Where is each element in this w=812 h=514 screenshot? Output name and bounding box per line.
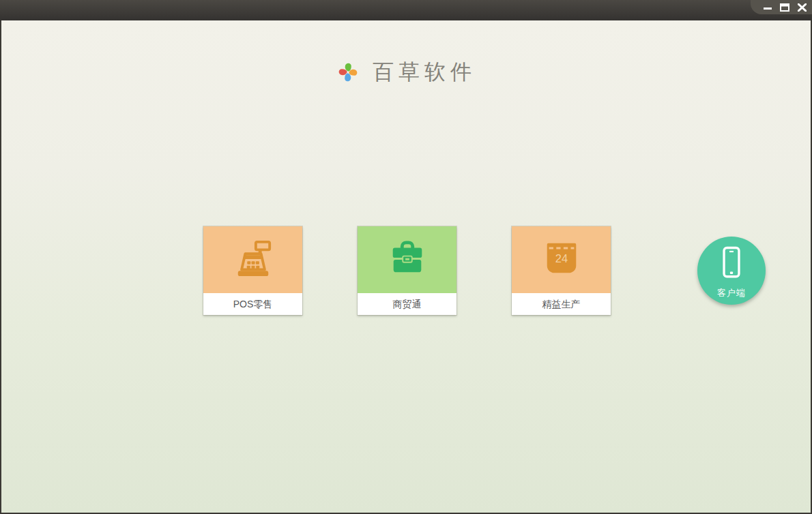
card-trade[interactable]: 商贸通 bbox=[358, 226, 456, 315]
card-trade-icon-area bbox=[358, 226, 456, 293]
calendar-day-label: 24 bbox=[555, 252, 567, 264]
card-trade-label: 商贸通 bbox=[358, 293, 456, 315]
briefcase-icon bbox=[388, 239, 427, 281]
client-button[interactable]: 客户端 bbox=[697, 237, 766, 305]
pinwheel-logo-icon bbox=[336, 60, 360, 85]
app-window: { "window": { "controls": [ { "name": "m… bbox=[0, 0, 812, 514]
app-title: 百草软件 bbox=[373, 58, 476, 87]
calendar-icon: 24 bbox=[542, 239, 581, 281]
maximize-button[interactable] bbox=[779, 3, 790, 12]
card-lean-production-icon-area: 24 bbox=[512, 226, 611, 293]
cash-register-icon bbox=[233, 239, 273, 281]
card-pos-retail[interactable]: POS零售 bbox=[203, 226, 302, 315]
minimize-icon bbox=[763, 3, 772, 12]
smartphone-icon bbox=[720, 246, 743, 285]
minimize-button[interactable] bbox=[762, 3, 773, 12]
card-lean-production-label: 精益生产 bbox=[512, 293, 611, 315]
card-pos-retail-label: POS零售 bbox=[203, 293, 302, 315]
app-logo: 百草软件 bbox=[1, 57, 811, 87]
product-cards: POS零售 商贸通 bbox=[203, 226, 611, 315]
maximize-icon bbox=[780, 3, 789, 12]
window-controls bbox=[751, 0, 812, 14]
close-button[interactable] bbox=[796, 3, 807, 12]
main-content: 百草软件 bbox=[1, 20, 811, 513]
card-pos-retail-icon-area bbox=[203, 226, 302, 293]
card-lean-production[interactable]: 24 精益生产 bbox=[512, 226, 611, 315]
close-icon bbox=[798, 3, 807, 12]
titlebar bbox=[0, 0, 812, 20]
client-button-label: 客户端 bbox=[717, 287, 746, 299]
